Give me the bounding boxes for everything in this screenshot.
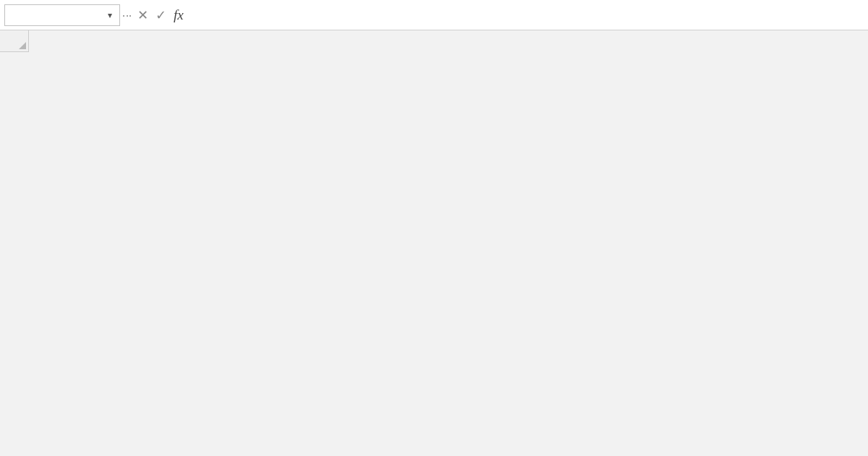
row-header-column xyxy=(0,30,29,456)
enter-icon[interactable]: ✓ xyxy=(156,7,166,23)
dots-vertical-icon[interactable]: ⋮ xyxy=(120,11,135,20)
fx-icon[interactable]: fx xyxy=(174,7,184,23)
select-all-corner[interactable] xyxy=(0,30,29,52)
chevron-down-icon[interactable]: ▾ xyxy=(108,10,112,20)
formula-input[interactable] xyxy=(187,4,864,26)
sheet-container xyxy=(0,30,868,456)
formula-bar-buttons: ✕ ✓ fx xyxy=(135,7,187,23)
cancel-icon[interactable]: ✕ xyxy=(137,7,148,23)
name-box[interactable]: ▾ xyxy=(4,4,120,26)
formula-bar: ▾ ⋮ ✕ ✓ fx xyxy=(0,0,868,30)
column-headers xyxy=(29,30,868,52)
grid-wrapper xyxy=(29,30,868,456)
